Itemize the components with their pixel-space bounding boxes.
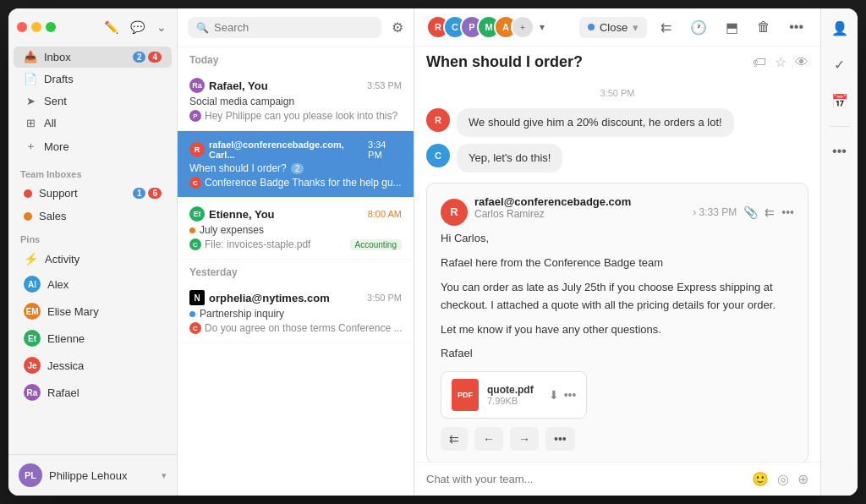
support-badges: 1 6 bbox=[133, 188, 162, 199]
reply-left-btn[interactable]: ← bbox=[474, 427, 503, 451]
message-2: C Yep, let's do this! bbox=[426, 144, 808, 173]
mail-subject-3: July expenses bbox=[189, 224, 402, 236]
pin-item-alex[interactable]: Al Alex bbox=[14, 271, 172, 297]
reply-btn[interactable]: ⇇ bbox=[441, 427, 468, 451]
traffic-light-yellow[interactable] bbox=[31, 22, 41, 32]
chevron-icon[interactable]: ⌄ bbox=[155, 19, 168, 36]
sidebar-item-all[interactable]: ⊞ All bbox=[14, 112, 172, 134]
rafael-avatar: Ra bbox=[24, 384, 41, 401]
elise-mary-avatar: EM bbox=[24, 303, 41, 320]
eye-icon[interactable]: 👁 bbox=[795, 55, 808, 70]
sidebar-item-more-label: More bbox=[44, 140, 69, 153]
chat-icon[interactable]: 💬 bbox=[129, 19, 146, 36]
support-badge-red: 6 bbox=[148, 188, 162, 199]
rs-checkmark-icon[interactable]: ✓ bbox=[830, 53, 848, 76]
traffic-lights bbox=[17, 22, 56, 32]
reply-all-icon[interactable]: ⇇ bbox=[655, 16, 677, 39]
search-bar[interactable]: 🔍 bbox=[188, 17, 381, 38]
close-button[interactable]: Close ▾ bbox=[579, 17, 647, 38]
compose-icon[interactable]: ✏️ bbox=[102, 19, 120, 36]
mail-item-4[interactable]: N orphelia@nytimes.com 3:50 PM Partnersh… bbox=[178, 282, 414, 343]
search-input[interactable] bbox=[214, 21, 373, 34]
emoji-icon[interactable]: 🙂 bbox=[752, 471, 769, 487]
sent-icon: ➤ bbox=[24, 95, 37, 107]
main-header: R C P M A + ▾ Close ▾ ⇇ 🕐 ⬒ 🗑 ••• bbox=[414, 8, 820, 47]
sales-dot bbox=[24, 212, 32, 221]
pin-item-elise-mary[interactable]: EM Elise Mary bbox=[14, 299, 172, 324]
pin-rafael-label: Rafael bbox=[47, 386, 79, 399]
participants-chevron[interactable]: ▾ bbox=[540, 21, 545, 33]
attachment: PDF quote.pdf 7.99KB ⬇ ••• bbox=[441, 371, 587, 419]
team-inboxes-label: Team Inboxes bbox=[8, 162, 177, 182]
pin-item-rafael[interactable]: Ra Rafael bbox=[14, 380, 172, 405]
tag-icon[interactable]: 🏷 bbox=[753, 55, 766, 70]
pin-item-activity[interactable]: ⚡ Activity bbox=[14, 248, 172, 270]
thread-title: When should I order? bbox=[426, 53, 583, 71]
forward-btn[interactable]: → bbox=[510, 427, 539, 451]
compose-input[interactable] bbox=[426, 473, 743, 485]
email-body: Hi Carlos, Rafael here from the Conferen… bbox=[441, 230, 794, 363]
rs-calendar-icon[interactable]: 📅 bbox=[828, 90, 852, 112]
email-attachment-icon[interactable]: 📎 bbox=[743, 205, 758, 219]
mail-preview-2: C Conference Badge Thanks for the help g… bbox=[189, 177, 402, 189]
mail-subject-1: Social media campaign bbox=[189, 96, 402, 107]
message-1: R We should give him a 20% discount, he … bbox=[426, 108, 808, 137]
sidebar-item-sales[interactable]: Sales bbox=[14, 205, 172, 227]
mail-item-1[interactable]: Ra Rafael, You 3:53 PM Social media camp… bbox=[178, 69, 414, 131]
email-reply-icon[interactable]: ⇇ bbox=[765, 205, 775, 219]
more-icon: ＋ bbox=[24, 139, 37, 154]
sidebar-item-drafts[interactable]: 📄 Drafts bbox=[14, 68, 172, 90]
right-sidebar: 👤 ✓ 📅 ••• bbox=[820, 8, 858, 496]
sidebar-item-inbox-label: Inbox bbox=[44, 51, 71, 63]
mail-list-header: 🔍 ⚙ bbox=[178, 8, 414, 47]
clock-icon[interactable]: 🕐 bbox=[685, 16, 712, 39]
mention-icon[interactable]: ◎ bbox=[777, 471, 789, 487]
add-icon[interactable]: ⊕ bbox=[797, 471, 808, 487]
email-more-icon[interactable]: ••• bbox=[781, 205, 794, 219]
rs-divider bbox=[830, 126, 850, 127]
rs-more-icon[interactable]: ••• bbox=[829, 140, 850, 162]
support-label: Support bbox=[39, 187, 78, 200]
traffic-light-green[interactable] bbox=[46, 22, 56, 32]
sidebar-item-sent-label: Sent bbox=[44, 95, 67, 107]
etienne-avatar: Et bbox=[24, 330, 41, 347]
sidebar: ✏️ 💬 ⌄ 📥 Inbox 2 4 📄 Drafts ➤ Sent bbox=[8, 8, 178, 496]
traffic-light-red[interactable] bbox=[17, 22, 27, 32]
mail-item-2-header: R rafael@conferencebadge.com, Carl... 3:… bbox=[189, 140, 402, 160]
sales-label: Sales bbox=[39, 210, 67, 222]
attachment-more-icon[interactable]: ••• bbox=[564, 388, 577, 402]
support-dot bbox=[24, 189, 32, 198]
more-actions-icon[interactable]: ••• bbox=[784, 16, 808, 38]
sidebar-item-more[interactable]: ＋ More bbox=[14, 134, 172, 158]
sidebar-item-inbox[interactable]: 📥 Inbox 2 4 bbox=[14, 47, 172, 68]
download-icon[interactable]: ⬇ bbox=[549, 388, 559, 402]
more-participants: + bbox=[511, 15, 534, 39]
user-profile[interactable]: PL Philippe Lehoux ▾ bbox=[8, 454, 177, 496]
star-icon[interactable]: ☆ bbox=[775, 54, 787, 70]
rs-person-icon[interactable]: 👤 bbox=[828, 17, 852, 40]
preview-avatar-4: C bbox=[189, 322, 201, 334]
filter-icon[interactable]: ⚙ bbox=[392, 19, 403, 36]
preview-avatar-2: C bbox=[189, 177, 201, 189]
mail-item-2[interactable]: R rafael@conferencebadge.com, Carl... 3:… bbox=[178, 131, 414, 198]
mail-avatar-3: Et bbox=[189, 206, 205, 222]
sidebar-item-support[interactable]: Support 1 6 bbox=[14, 183, 172, 204]
thread-actions: 🏷 ☆ 👁 bbox=[753, 54, 808, 70]
email-card: R rafael@conferencebadge.com Carlos Rami… bbox=[426, 183, 808, 462]
sidebar-item-sent[interactable]: ➤ Sent bbox=[14, 90, 172, 112]
more-reply-btn[interactable]: ••• bbox=[545, 427, 575, 451]
mail-time-2: 3:34 PM bbox=[368, 140, 402, 160]
mail-preview-1: P Hey Philippe can you please look into … bbox=[189, 110, 402, 122]
pin-item-etienne[interactable]: Et Etienne bbox=[14, 326, 172, 351]
activity-icon: ⚡ bbox=[24, 252, 38, 266]
mail-item-3[interactable]: Et Etienne, You 8:00 AM July expenses C … bbox=[178, 198, 414, 260]
today-label: Today bbox=[178, 47, 414, 69]
trash-icon[interactable]: 🗑 bbox=[752, 16, 776, 38]
user-name: Philippe Lehoux bbox=[49, 469, 128, 482]
reply-count-badge: 2 bbox=[291, 163, 304, 174]
inbox-icon: 📥 bbox=[24, 51, 37, 63]
jessica-avatar: Je bbox=[24, 357, 41, 374]
archive-icon[interactable]: ⬒ bbox=[721, 16, 743, 39]
mail-preview-3: C File: invoices-staple.pdf Accounting bbox=[189, 238, 402, 250]
pin-item-jessica[interactable]: Je Jessica bbox=[14, 353, 172, 378]
